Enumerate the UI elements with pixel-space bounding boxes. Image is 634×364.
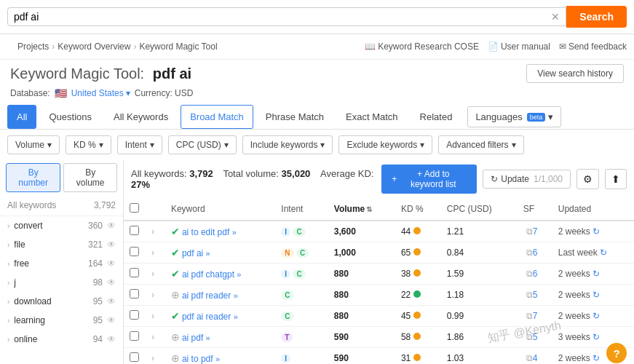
refresh-icon[interactable]: ↻ [593, 226, 600, 237]
sf-link[interactable]: 5 [533, 290, 538, 300]
sf-link[interactable]: 7 [533, 226, 538, 237]
keyword-arrow-icon[interactable]: » [237, 270, 241, 279]
tab-phrase-match[interactable]: Phrase Match [256, 105, 333, 129]
eye-icon[interactable]: 👁 [107, 221, 116, 231]
breadcrumb-keyword-overview[interactable]: Keyword Overview [58, 41, 130, 52]
row-checkbox[interactable] [130, 289, 139, 298]
filter-exclude[interactable]: Exclude keywords ▾ [338, 135, 432, 154]
row-checkbox[interactable] [130, 268, 139, 277]
filter-include[interactable]: Include keywords ▾ [242, 135, 333, 154]
row-checkbox[interactable] [130, 352, 139, 362]
tab-related[interactable]: Related [411, 105, 462, 129]
keyword-arrow-icon[interactable]: » [234, 291, 238, 300]
cpc-header[interactable]: CPC (USD) [441, 198, 518, 221]
sidebar-item-j[interactable]: › j 98 👁 [0, 273, 123, 292]
sidebar-item-free[interactable]: › free 164 👁 [0, 254, 123, 273]
keyword-arrow-icon[interactable]: » [215, 355, 220, 363]
updated-header[interactable]: Updated [552, 198, 634, 221]
breadcrumb-projects[interactable]: Projects [17, 41, 49, 52]
languages-button[interactable]: Languages beta ▾ [467, 106, 561, 127]
row-checkbox[interactable] [130, 310, 139, 320]
sort-by-volume[interactable]: By volume [63, 163, 117, 192]
sidebar-item-file[interactable]: › file 321 👁 [0, 235, 123, 254]
expand-cell[interactable]: › [146, 327, 165, 348]
sidebar-item-convert[interactable]: › convert 360 👁 [0, 216, 123, 235]
export-button[interactable]: ⬆ [605, 169, 627, 189]
search-input[interactable] [14, 11, 548, 23]
tab-all[interactable]: All [7, 105, 36, 129]
sidebar-item-learning[interactable]: › learning 95 👁 [0, 311, 123, 330]
keyword-link[interactable]: pdf ai [182, 248, 203, 258]
settings-button[interactable]: ⚙ [576, 169, 599, 189]
sf-link[interactable]: 5 [533, 332, 538, 342]
refresh-icon[interactable]: ↻ [593, 311, 600, 321]
keyword-arrow-icon[interactable]: » [206, 249, 210, 258]
filter-cpc[interactable]: CPC (USD) ▾ [168, 135, 237, 154]
expand-cell[interactable]: › [146, 285, 165, 306]
db-country-link[interactable]: United States ▾ [71, 88, 130, 98]
copy-icon[interactable]: ⧉ [526, 311, 533, 321]
eye-icon[interactable]: 👁 [107, 240, 116, 250]
keyword-link[interactable]: ai to edit pdf [182, 227, 229, 237]
filter-intent[interactable]: Intent ▾ [117, 135, 162, 154]
update-button[interactable]: ↻ Update 1/1,000 [483, 170, 571, 189]
breadcrumb-keyword-magic[interactable]: Keyword Magic Tool [139, 41, 217, 52]
refresh-icon[interactable]: ↻ [593, 332, 600, 342]
kd-header[interactable]: KD % [395, 198, 441, 221]
expand-cell[interactable]: › [146, 348, 165, 365]
manual-link[interactable]: 📄 User manual [488, 41, 550, 52]
eye-icon[interactable]: 👁 [107, 315, 116, 325]
sf-header[interactable]: SF [518, 198, 552, 221]
expand-cell[interactable]: › [146, 264, 165, 285]
keyword-arrow-icon[interactable]: » [206, 333, 210, 342]
copy-icon[interactable]: ⧉ [526, 353, 533, 363]
row-checkbox[interactable] [130, 331, 139, 341]
add-to-list-button[interactable]: + + Add to keyword list [381, 165, 477, 194]
keyword-link[interactable]: ai pdf [182, 333, 203, 343]
row-checkbox[interactable] [130, 247, 139, 256]
eye-icon[interactable]: 👁 [107, 277, 116, 288]
filter-volume[interactable]: Volume ▾ [7, 135, 60, 154]
expand-cell[interactable]: › [146, 242, 165, 264]
sort-by-number[interactable]: By number [6, 163, 60, 192]
expand-cell[interactable]: › [146, 306, 165, 327]
volume-header[interactable]: Volume ⇅ [328, 198, 395, 221]
tab-all-keywords[interactable]: All Keywords [104, 105, 178, 129]
search-button[interactable]: Search [566, 6, 627, 28]
tab-exact-match[interactable]: Exact Match [336, 105, 408, 129]
sf-link[interactable]: 6 [533, 269, 538, 279]
help-button[interactable]: ? [606, 343, 627, 363]
keyword-arrow-icon[interactable]: » [232, 228, 237, 237]
course-link[interactable]: 📖 Keyword Research COSE [365, 41, 479, 52]
eye-icon[interactable]: 👁 [107, 296, 116, 306]
sf-link[interactable]: 6 [533, 248, 538, 258]
view-history-button[interactable]: View search history [526, 64, 624, 83]
keyword-link[interactable]: ai to pdf [182, 354, 213, 364]
row-checkbox[interactable] [130, 226, 139, 235]
intent-header[interactable]: Intent [275, 198, 328, 221]
copy-icon[interactable]: ⧉ [526, 290, 533, 300]
filter-advanced[interactable]: Advanced filters ▾ [438, 135, 523, 154]
keyword-header[interactable]: Keyword [165, 198, 275, 221]
clear-icon[interactable]: ✕ [551, 11, 560, 23]
filter-kd[interactable]: KD % ▾ [66, 135, 111, 154]
copy-icon[interactable]: ⧉ [526, 226, 533, 237]
refresh-icon[interactable]: ↻ [593, 290, 600, 300]
copy-icon[interactable]: ⧉ [526, 332, 533, 342]
sidebar-item-download[interactable]: › download 95 👁 [0, 292, 123, 311]
copy-icon[interactable]: ⧉ [526, 269, 533, 279]
sidebar-item-online[interactable]: › online 94 👁 [0, 330, 123, 349]
sf-link[interactable]: 4 [533, 353, 538, 363]
tab-broad-match[interactable]: Broad Match [181, 105, 253, 129]
feedback-link[interactable]: ✉ Send feedback [559, 41, 627, 52]
eye-icon[interactable]: 👁 [107, 258, 116, 269]
refresh-icon[interactable]: ↻ [593, 269, 600, 279]
select-all-checkbox[interactable] [130, 203, 139, 213]
tab-questions[interactable]: Questions [39, 105, 101, 129]
sf-link[interactable]: 7 [533, 311, 538, 321]
eye-icon[interactable]: 👁 [107, 334, 116, 344]
expand-cell[interactable]: › [146, 221, 165, 242]
keyword-link[interactable]: ai pdf reader [182, 290, 231, 301]
refresh-icon[interactable]: ↻ [593, 353, 600, 363]
keyword-link[interactable]: ai pdf chatgpt [182, 269, 234, 280]
